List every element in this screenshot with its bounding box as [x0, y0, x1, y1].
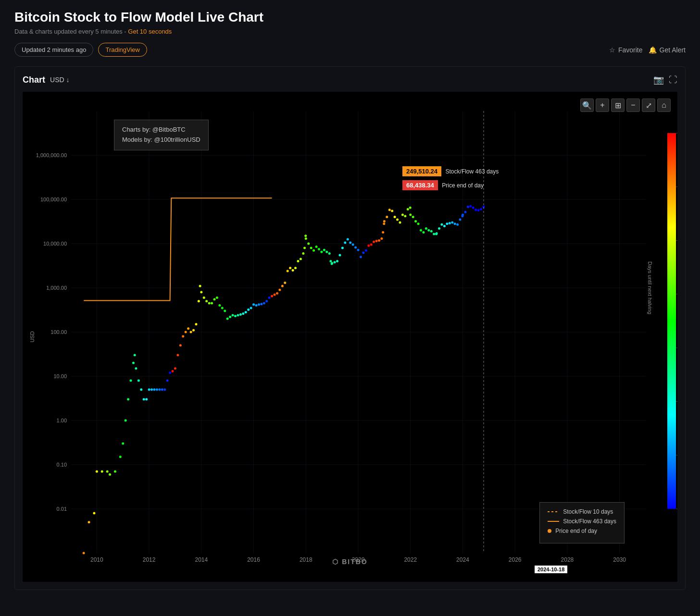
tooltip-stockflow-label: Stock/Flow 463 days [446, 168, 499, 175]
subtitle: Data & charts updated every 5 minutes - … [14, 28, 686, 35]
date-marker: 2024-10-18 [535, 566, 567, 573]
tooltip-price-row: 68,438.34 Price end of day [402, 180, 499, 190]
y-axis-right-label: Days until next halving [647, 261, 653, 314]
chart-actions: 📷 ⛶ [653, 74, 677, 85]
grid-button[interactable]: ⊞ [611, 99, 625, 112]
bell-icon: 🔔 [649, 46, 657, 54]
legend-item-dot: Price end of day [548, 528, 616, 534]
tooltip-box: 249,510.24 Stock/Flow 463 days 68,438.34… [402, 166, 499, 190]
favorite-button[interactable]: ☆ Favorite [609, 46, 643, 54]
chart-watermark: Charts by: @BitboBTC Models by: @100tril… [114, 120, 209, 150]
watermark-line2: Models by: @100trillionUSD [122, 135, 200, 145]
fit-button[interactable]: ⤢ [642, 99, 655, 112]
tooltip-stockflow-value: 249,510.24 [402, 166, 441, 176]
y-axis-label: USD [29, 331, 35, 342]
bitbo-watermark: ⬡ BITBO [332, 558, 367, 566]
minus-button[interactable]: − [626, 99, 640, 112]
legend-item-solid: Stock/Flow 463 days [548, 518, 616, 525]
chart-header: Chart USD ↓ 📷 ⛶ [23, 74, 677, 85]
tooltip-price-value: 68,438.34 [402, 180, 438, 190]
legend-dashed-label: Stock/Flow 10 days [563, 508, 613, 515]
alert-label: Get Alert [660, 46, 686, 54]
alert-button[interactable]: 🔔 Get Alert [649, 46, 686, 54]
tooltip-stockflow-row: 249,510.24 Stock/Flow 463 days [402, 166, 499, 178]
currency-label: USD [50, 76, 64, 84]
chart-controls: 🔍 + ⊞ − ⤢ ⌂ [580, 99, 671, 112]
screenshot-icon: 📷 [653, 75, 664, 85]
home-button[interactable]: ⌂ [657, 99, 671, 112]
header-left: Updated 2 minutes ago TradingView [14, 43, 147, 57]
currency-button[interactable]: USD ↓ [50, 76, 70, 84]
screenshot-button[interactable]: 📷 [653, 74, 664, 85]
star-icon: ☆ [609, 46, 615, 54]
chart-section: Chart USD ↓ 📷 ⛶ 🔍 + ⊞ [14, 66, 686, 590]
plus-button[interactable]: + [596, 99, 609, 112]
expand-button[interactable]: ⛶ [669, 74, 677, 85]
legend-dot-label: Price end of day [555, 528, 597, 534]
header-right: ☆ Favorite 🔔 Get Alert [609, 46, 686, 54]
chart-wrapper: 🔍 + ⊞ − ⤢ ⌂ Charts by: @BitboBTC Models … [23, 92, 677, 582]
legend-dot-icon [548, 529, 551, 533]
page-title: Bitcoin Stock to Flow Model Live Chart [14, 10, 686, 25]
legend-solid-icon [548, 521, 559, 522]
chart-title-group: Chart USD ↓ [23, 75, 70, 85]
zoom-button[interactable]: 🔍 [580, 99, 594, 112]
chart-title: Chart [23, 75, 45, 85]
legend-dashed-icon [548, 511, 559, 512]
get-seconds-link[interactable]: Get 10 seconds [128, 28, 172, 35]
legend-item-dashed: Stock/Flow 10 days [548, 508, 616, 515]
page-container: Bitcoin Stock to Flow Model Live Chart D… [0, 0, 700, 600]
expand-icon: ⛶ [669, 75, 677, 85]
header-row: Updated 2 minutes ago TradingView ☆ Favo… [14, 43, 686, 57]
legend-solid-label: Stock/Flow 463 days [563, 518, 616, 525]
currency-arrow-icon: ↓ [66, 76, 70, 84]
tradingview-button[interactable]: TradingView [98, 43, 147, 57]
watermark-line1: Charts by: @BitboBTC [122, 125, 200, 135]
subtitle-static: Data & charts updated every 5 minutes - [14, 28, 128, 35]
tooltip-price-label: Price end of day [442, 182, 484, 189]
favorite-label: Favorite [618, 46, 643, 54]
legend-box: Stock/Flow 10 days Stock/Flow 463 days P… [539, 502, 625, 543]
updated-badge: Updated 2 minutes ago [14, 43, 93, 57]
